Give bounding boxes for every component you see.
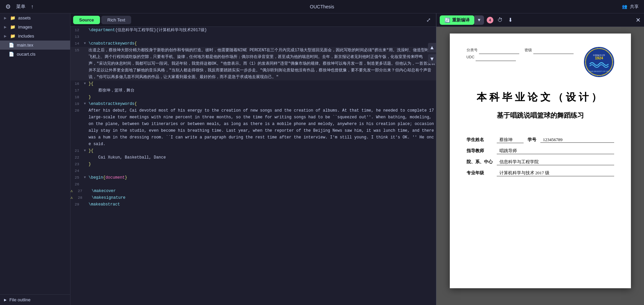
pdf-header: 分类号 密级 UDC	[467, 47, 614, 77]
student-name-value: 蔡徐坤	[497, 137, 524, 143]
pdf-page: 分类号 密级 UDC	[450, 34, 631, 288]
recompile-label: 重新编译	[452, 17, 470, 23]
svg-text:OCEAN UNIVERSITY OF CHINA: OCEAN UNIVERSITY OF CHINA	[588, 71, 610, 72]
udc-value	[476, 54, 516, 61]
share-icon: 👥	[622, 4, 627, 9]
code-line-13: 13	[70, 34, 436, 40]
pdf-classification: 分类号 密级	[467, 47, 574, 54]
code-line-15: 15 出道之后，蔡徐坤大部分精力都投身于新歌的创作和专辑的打造。彼时，他需要随着…	[70, 47, 436, 80]
code-line-14: 14 ▼ \cnabstractkeywords{	[70, 40, 436, 47]
code-line-28: ⚠ 28 \makesignature	[70, 194, 436, 201]
pdf-main-title: 本科毕业论文（设计）	[467, 90, 614, 104]
share-label[interactable]: 共享	[630, 4, 639, 10]
line-number: 22	[70, 154, 83, 161]
pdf-udc: UDC	[467, 54, 574, 61]
sidebar-item-label: oucart.cls	[17, 52, 36, 57]
line-number: 17	[70, 87, 83, 94]
code-line-21: 21 ▼ }{	[70, 147, 436, 154]
line-content: \makeabstract	[87, 201, 436, 208]
sidebar: ▶ 📁 assets ▶ 📁 images ▶ 📁 includes 📄 mai…	[0, 13, 70, 305]
sidebar-item-label: assets	[18, 15, 31, 20]
line-content: }{	[87, 147, 436, 154]
code-line-16: 16 ▼ }{	[70, 80, 436, 87]
line-content: }{	[87, 80, 436, 87]
preview-content[interactable]: 分类号 密级 UDC	[436, 27, 644, 305]
share-area[interactable]: 👥 共享	[622, 4, 639, 10]
secret-label: 密级	[525, 47, 532, 54]
pdf-subtitle: 基于唱跳说唱篮球的舞蹈练习	[467, 111, 614, 120]
recompile-dropdown-button[interactable]: ▼	[474, 15, 484, 25]
tab-source[interactable]: Source	[73, 16, 100, 24]
line-content: \department{信息科学与工程学院}{计算机科学与技术2017级}	[87, 27, 436, 34]
student-id-label: 学号	[524, 137, 540, 143]
download-history-button[interactable]: ⏱	[496, 16, 504, 24]
line-number: 12	[70, 27, 83, 34]
expand-editor-button[interactable]: ⤢	[424, 15, 433, 24]
back-icon[interactable]: ↑	[31, 4, 34, 10]
preview-toolbar: 🔄 重新编译 ▼ 4 ⏱ ⬇ ✕	[436, 13, 644, 27]
sidebar-item-assets[interactable]: ▶ 📁 assets	[0, 13, 70, 22]
folder-icon: 📁	[10, 34, 15, 39]
pdf-info-row-4: 专业年级 计算机科学与技术 2017 级	[467, 170, 614, 176]
major-label: 专业年级	[467, 170, 497, 176]
code-editor[interactable]: 12 \department{信息科学与工程学院}{计算机科学与技术2017级}…	[70, 27, 436, 305]
folder-icon: 📁	[10, 24, 15, 29]
tab-richtext[interactable]: Rich Text	[101, 16, 131, 24]
line-number: 24	[70, 168, 83, 174]
line-number: 25	[70, 174, 83, 181]
line-content: Cai Xukun, Basketball, Dance	[87, 154, 436, 161]
download-button[interactable]: ⬇	[507, 15, 514, 24]
classification-label: 分类号	[467, 47, 478, 54]
topbar: ⚙ 菜单 ↑ OUCThesis 👥 共享	[0, 0, 644, 13]
pdf-header-left: 分类号 密级 UDC	[467, 47, 574, 61]
line-number: 18	[70, 94, 83, 101]
line-number: 28	[73, 194, 86, 201]
line-content: \makecover	[90, 188, 436, 194]
university-logo: 1924 中国海洋大学 OCEAN UNIVERSITY OF CHINA	[584, 47, 614, 77]
refresh-icon: 🔄	[444, 17, 450, 23]
warning-icon: ⚠	[70, 188, 73, 194]
code-line-12: 12 \department{信息科学与工程学院}{计算机科学与技术2017级}	[70, 27, 436, 34]
sidebar-item-main-tex[interactable]: 📄 main.tex	[0, 41, 70, 50]
line-content: \begin{document}	[87, 174, 436, 181]
line-content: \enabstractkeywords{	[87, 101, 436, 107]
dept-value: 信息科学与工程学院	[497, 159, 614, 165]
nav-up-button[interactable]: ▲	[428, 43, 436, 52]
line-content: }	[87, 161, 436, 168]
line-number: 27	[73, 188, 86, 194]
svg-text:中国海洋大学: 中国海洋大学	[593, 54, 605, 56]
line-number: 23	[70, 161, 83, 168]
code-line-22: 22 Cai Xukun, Basketball, Dance	[70, 154, 436, 161]
sidebar-item-images[interactable]: ▶ 📁 images	[0, 22, 70, 32]
editor-area: Source Rich Text ⤢ 12 \department{信息科学与工…	[70, 13, 436, 305]
fold-indicator: ▼	[83, 101, 87, 107]
student-name-label: 学生姓名	[467, 137, 497, 143]
sidebar-file-outline[interactable]: ▶ File outline	[0, 294, 70, 305]
pdf-info-row-1: 学生姓名 蔡徐坤 学号 123456789	[467, 137, 614, 143]
line-number: 14	[70, 40, 83, 47]
code-line-17: 17 蔡徐坤，篮球，舞台	[70, 87, 436, 94]
editor-toolbar: Source Rich Text ⤢	[70, 13, 436, 27]
line-content: }	[87, 94, 436, 101]
file-icon: 📄	[9, 52, 14, 57]
code-line-27: ⚠ 27 \makecover	[70, 188, 436, 194]
code-line-29: 29 \makeabstract	[70, 201, 436, 208]
fold-indicator: ▼	[83, 40, 87, 47]
file-outline-label: File outline	[9, 297, 31, 302]
sidebar-item-oucart[interactable]: 📄 oucart.cls	[0, 50, 70, 59]
classification-value	[479, 47, 519, 54]
sidebar-item-includes[interactable]: ▶ 📁 includes	[0, 32, 70, 41]
close-preview-button[interactable]: ✕	[636, 16, 641, 24]
logo-svg: 1924 中国海洋大学 OCEAN UNIVERSITY OF CHINA	[585, 48, 613, 76]
menu-button[interactable]: 菜单	[16, 4, 25, 10]
udc-label: UDC	[467, 54, 475, 61]
chevron-right-icon: ▶	[4, 298, 7, 302]
pdf-info-section: 学生姓名 蔡徐坤 学号 123456789 指导教师 唱跳导师 院、系、中心 信…	[467, 137, 614, 176]
chevron-right-icon: ▶	[4, 34, 7, 38]
chevron-right-icon: ▶	[4, 16, 7, 20]
line-content: \makesignature	[90, 194, 436, 201]
sidebar-item-label: main.tex	[17, 43, 33, 48]
recompile-button[interactable]: 🔄 重新编译	[440, 15, 474, 25]
nav-down-button[interactable]: ▼	[428, 54, 436, 64]
line-content: After his debut, Cai devoted most of his…	[87, 107, 436, 147]
